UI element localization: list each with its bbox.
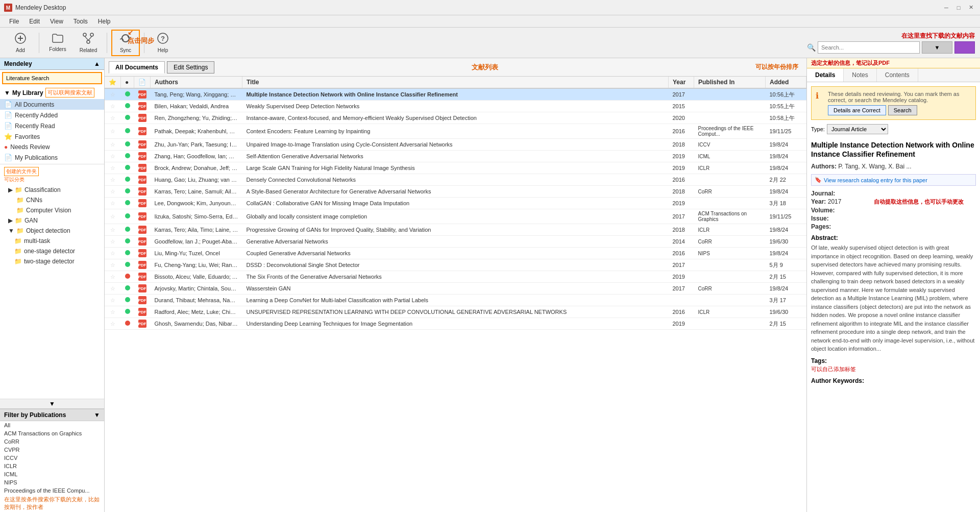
minimize-button[interactable]: ─ <box>941 3 951 13</box>
col-added[interactable]: Added <box>766 77 806 88</box>
filter-iccv[interactable]: ICCV <box>0 454 104 462</box>
pdf-cell[interactable]: PDF <box>134 151 151 162</box>
col-dot[interactable]: ● <box>121 77 134 88</box>
table-row[interactable]: ☆ PDF Ren, Zhongzheng; Yu, Zhiding; Yang… <box>105 112 806 124</box>
star-cell[interactable]: ☆ <box>105 124 121 139</box>
folders-button[interactable]: Folders <box>43 30 72 56</box>
pdf-cell[interactable]: PDF <box>134 139 151 151</box>
folder-computer-vision[interactable]: 📁 Computer Vision <box>0 205 104 215</box>
sidebar-scroll-arrow[interactable]: ▼ <box>0 399 104 408</box>
folder-one-stage[interactable]: 📁 one-stage detector <box>0 246 104 256</box>
pdf-cell[interactable]: PDF <box>134 112 151 124</box>
table-row[interactable]: ☆ PDF Durand, Thibaut; Mehrasa, Nazanin;… <box>105 295 806 306</box>
table-row[interactable]: ☆ PDF Zhu, Jun-Yan; Park, Taesung; Isola… <box>105 139 806 151</box>
pdf-cell[interactable]: PDF <box>134 209 151 224</box>
notes-tab[interactable]: Notes <box>844 68 876 82</box>
menu-edit[interactable]: Edit <box>24 17 45 26</box>
col-published-in[interactable]: Published In <box>694 77 766 88</box>
star-cell[interactable]: ☆ <box>105 271 121 283</box>
table-row[interactable]: ☆ PDF Huang, Gao; Liu, Zhuang; van der M… <box>105 174 806 186</box>
pdf-cell[interactable]: PDF <box>134 198 151 209</box>
pdf-cell[interactable]: PDF <box>134 236 151 248</box>
tab-edit-settings[interactable]: Edit Settings <box>167 61 214 74</box>
pdf-cell[interactable]: PDF <box>134 174 151 186</box>
table-row[interactable]: ☆ PDF Goodfellow, Ian J.; Pouget-Abadie,… <box>105 236 806 248</box>
star-cell[interactable]: ☆ <box>105 318 121 330</box>
sidebar-item-my-publications[interactable]: 📄 My Publications <box>0 152 104 163</box>
filter-cvpr[interactable]: CVPR <box>0 446 104 454</box>
folder-cnns[interactable]: 📁 CNNs <box>0 195 104 205</box>
details-tab[interactable]: Details <box>807 68 844 82</box>
table-row[interactable]: ☆ PDF Zhang, Han; Goodfellow, Ian; Metax… <box>105 151 806 162</box>
sync-button[interactable]: Sync <box>111 30 140 56</box>
pdf-cell[interactable]: PDF <box>134 248 151 259</box>
pdf-cell[interactable]: PDF <box>134 306 151 318</box>
sidebar-item-favorites[interactable]: ⭐ Favorites <box>0 131 104 142</box>
filter-icml[interactable]: ICML <box>0 470 104 478</box>
pdf-cell[interactable]: PDF <box>134 124 151 139</box>
pdf-cell[interactable]: PDF <box>134 186 151 198</box>
col-year[interactable]: Year <box>669 77 694 88</box>
table-row[interactable]: ☆ PDF Arjovsky, Martin; Chintala, Soumit… <box>105 283 806 295</box>
folder-two-stage[interactable]: 📁 two-stage detector <box>0 256 104 266</box>
literature-search-input[interactable] <box>2 72 102 84</box>
table-row[interactable]: ☆ PDF Karras, Tero; Aila, Timo; Laine, S… <box>105 224 806 236</box>
table-row[interactable]: ☆ PDF Tang, Peng; Wang, Xinggang; Bai, X… <box>105 88 806 101</box>
star-cell[interactable]: ☆ <box>105 283 121 295</box>
filter-header[interactable]: Filter by Publications ▼ <box>0 409 104 421</box>
star-cell[interactable]: ☆ <box>105 209 121 224</box>
col-authors[interactable]: Authors <box>151 77 242 88</box>
star-cell[interactable]: ☆ <box>105 198 121 209</box>
tab-all-documents[interactable]: All Documents <box>109 61 165 74</box>
related-button[interactable]: Related <box>74 30 103 56</box>
table-row[interactable]: ☆ PDF Liu, Ming-Yu; Tuzel, Oncel Coupled… <box>105 248 806 259</box>
folder-classification[interactable]: ▶ 📁 Classification <box>0 185 104 195</box>
col-title[interactable]: Title <box>242 77 669 88</box>
star-cell[interactable]: ☆ <box>105 259 121 271</box>
menu-file[interactable]: File <box>4 17 24 26</box>
folder-object-detection[interactable]: ▼ 📁 Object detection <box>0 226 104 236</box>
table-row[interactable]: ☆ PDF Bissoto, Alceu; Valle, Eduardo; Av… <box>105 271 806 283</box>
menu-view[interactable]: View <box>45 17 68 26</box>
sidebar-item-needs-review[interactable]: ● Needs Review <box>0 142 104 152</box>
search-input[interactable] <box>818 41 920 54</box>
star-cell[interactable]: ☆ <box>105 162 121 174</box>
close-button[interactable]: ✕ <box>966 3 976 13</box>
menu-tools[interactable]: Tools <box>68 17 93 26</box>
pdf-cell[interactable]: PDF <box>134 88 151 101</box>
help-button[interactable]: ? Help <box>149 30 177 56</box>
search-catalog-button[interactable]: Search <box>888 105 917 115</box>
table-row[interactable]: ☆ PDF Iizuka, Satoshi; Simo-Serra, Edgar… <box>105 209 806 224</box>
col-star[interactable]: ⭐ <box>105 77 121 88</box>
sidebar-item-all-docs[interactable]: 📄 All Documents <box>0 99 104 110</box>
star-cell[interactable]: ☆ <box>105 224 121 236</box>
add-button[interactable]: Add <box>6 30 35 56</box>
filter-acm[interactable]: ACM Transactions on Graphics <box>0 429 104 437</box>
table-row[interactable]: ☆ PDF Ghosh, Swarnendu; Das, Nibaran; Da… <box>105 318 806 330</box>
star-cell[interactable]: ☆ <box>105 101 121 112</box>
search-filter-btn[interactable]: ▼ <box>922 41 952 54</box>
pdf-cell[interactable]: PDF <box>134 224 151 236</box>
table-row[interactable]: ☆ PDF Fu, Cheng-Yang; Liu, Wei; Ranga, A… <box>105 259 806 271</box>
filter-all[interactable]: All <box>0 421 104 429</box>
star-cell[interactable]: ☆ <box>105 248 121 259</box>
star-cell[interactable]: ☆ <box>105 151 121 162</box>
star-cell[interactable]: ☆ <box>105 139 121 151</box>
sidebar-item-recently-added[interactable]: 📄 Recently Added <box>0 110 104 120</box>
pdf-cell[interactable]: PDF <box>134 162 151 174</box>
table-row[interactable]: ☆ PDF Radford, Alec; Metz, Luke; Chintal… <box>105 306 806 318</box>
pdf-cell[interactable]: PDF <box>134 271 151 283</box>
details-correct-button[interactable]: Details are Correct <box>828 105 886 115</box>
pdf-cell[interactable]: PDF <box>134 259 151 271</box>
table-row[interactable]: ☆ PDF Lee, Dongwook; Kim, Junyoung; Moon… <box>105 198 806 209</box>
catalog-link[interactable]: 🔖 View research catalog entry for this p… <box>811 174 976 186</box>
pdf-cell[interactable]: PDF <box>134 295 151 306</box>
star-cell[interactable]: ☆ <box>105 174 121 186</box>
star-cell[interactable]: ☆ <box>105 112 121 124</box>
col-pdf[interactable]: 📄 <box>134 77 151 88</box>
folder-multi-task[interactable]: 📁 multi-task <box>0 236 104 246</box>
filter-iclr[interactable]: ICLR <box>0 462 104 470</box>
table-row[interactable]: ☆ PDF Karras, Tero; Laine, Samuli; Aila,… <box>105 186 806 198</box>
star-cell[interactable]: ☆ <box>105 88 121 101</box>
table-row[interactable]: ☆ PDF Pathak, Deepak; Krahenbuhl, Philip… <box>105 124 806 139</box>
